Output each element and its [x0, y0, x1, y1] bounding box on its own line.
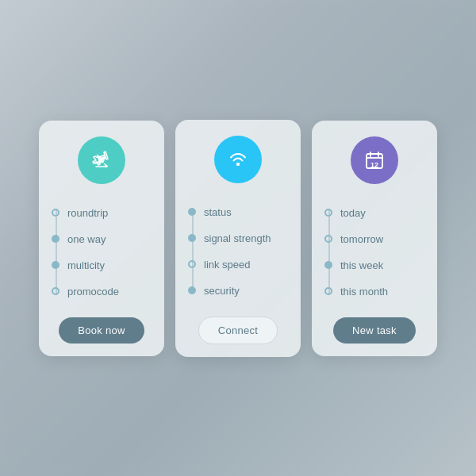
item-label: signal strength — [204, 232, 271, 244]
dot-indicator — [324, 235, 332, 243]
dot-indicator — [324, 209, 332, 217]
dot-indicator — [324, 261, 332, 269]
calendar-icon: 12 — [362, 148, 387, 173]
dot-indicator — [188, 286, 196, 294]
wifi-icon-circle — [214, 136, 262, 183]
item-label: multicity — [67, 259, 105, 271]
list-item: one way — [52, 226, 152, 252]
item-label: one way — [67, 233, 106, 245]
item-label: roundtrip — [67, 207, 108, 219]
dot-indicator — [52, 287, 60, 295]
item-label: status — [204, 206, 232, 218]
svg-text:12: 12 — [370, 161, 378, 169]
connect-button[interactable]: Connect — [198, 317, 278, 344]
calendar-card: 12 today tomorrow this week this month — [312, 121, 437, 356]
list-item: security — [188, 278, 288, 304]
flight-card: roundtrip one way multicity promocode Bo… — [39, 121, 164, 356]
list-item: multicity — [52, 252, 152, 278]
wifi-icon — [225, 147, 251, 172]
svg-point-0 — [236, 162, 240, 165]
calendar-icon-circle: 12 — [351, 136, 398, 184]
list-item: promocode — [52, 278, 152, 305]
list-item: link speed — [188, 251, 288, 278]
dot-indicator — [324, 287, 332, 295]
list-item: status — [188, 199, 288, 225]
list-item: this week — [324, 252, 424, 278]
flight-icon-wrapper — [78, 136, 125, 184]
item-label: security — [204, 285, 240, 297]
list-item: roundtrip — [52, 200, 152, 226]
dot-indicator — [188, 208, 196, 216]
flight-items-list: roundtrip one way multicity promocode — [52, 200, 152, 305]
plane-icon — [89, 148, 114, 173]
dot-indicator — [52, 209, 60, 217]
dot-indicator — [52, 261, 60, 269]
dot-indicator — [188, 260, 196, 268]
calendar-items-list: today tomorrow this week this month — [324, 200, 424, 305]
wifi-card: status signal strength link speed securi… — [175, 120, 301, 357]
flight-icon-circle — [78, 136, 125, 184]
wifi-items-list: status signal strength link speed securi… — [188, 199, 288, 304]
dot-indicator — [52, 235, 60, 243]
wifi-icon-wrapper — [214, 136, 262, 183]
dot-indicator — [188, 234, 196, 242]
item-label: link speed — [204, 259, 251, 271]
item-label: promocode — [67, 286, 119, 298]
new-task-button[interactable]: New task — [333, 317, 416, 344]
item-label: this month — [340, 286, 388, 298]
item-label: today — [340, 207, 366, 219]
cards-container: roundtrip one way multicity promocode Bo… — [39, 120, 437, 357]
item-label: this week — [340, 259, 383, 271]
list-item: tomorrow — [324, 226, 424, 252]
list-item: this month — [324, 278, 424, 305]
list-item: today — [324, 200, 424, 226]
calendar-icon-wrapper: 12 — [351, 136, 398, 184]
item-label: tomorrow — [340, 233, 383, 245]
book-now-button[interactable]: Book now — [59, 317, 144, 344]
list-item: signal strength — [188, 225, 288, 251]
